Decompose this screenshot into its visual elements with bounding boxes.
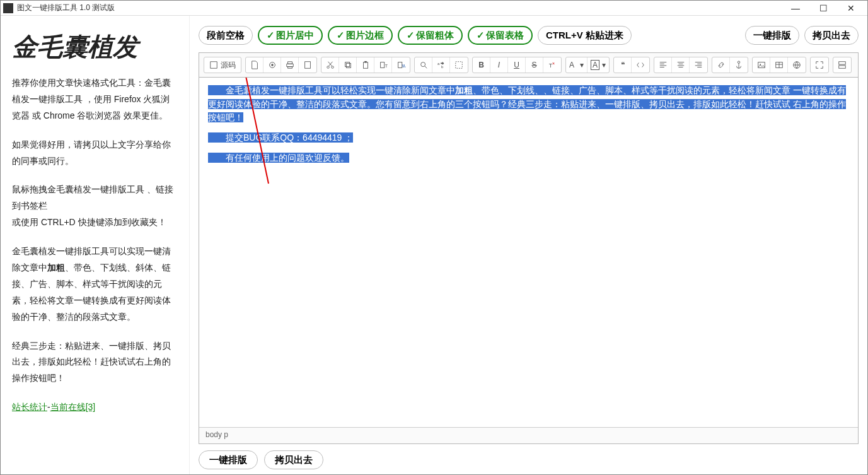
show-blocks-icon[interactable] [833, 57, 851, 73]
check-icon: ✓ [477, 30, 485, 41]
svg-point-4 [331, 66, 333, 69]
link-icon[interactable] [712, 57, 730, 73]
window-controls: — ☐ ✕ [782, 1, 865, 15]
option-keep-table-button[interactable]: ✓保留表格 [468, 26, 533, 45]
paste-button[interactable]: CTRL+V 粘贴进来 [538, 26, 632, 45]
code-icon[interactable] [632, 57, 649, 73]
editor-body[interactable]: 金毛囊植发一键排版工具可以轻松实现一键清除新闻文章中加粗、带色、下划线、、链接、… [199, 78, 858, 427]
remove-format-icon[interactable]: T× [543, 57, 561, 73]
bold-icon[interactable]: B [473, 57, 490, 73]
svg-rect-24 [839, 62, 846, 64]
anchor-icon[interactable] [730, 57, 748, 73]
option-keep-bold-button[interactable]: ✓保留粗体 [398, 26, 463, 45]
underline-icon[interactable]: U [508, 57, 526, 73]
element-path[interactable]: body p [205, 430, 228, 439]
svg-rect-25 [839, 66, 846, 68]
sidebar-paragraph: 经典三步走：粘贴进来、一键排版、拷贝出去，排版如此轻松！赶快试试右上角的操作按钮… [12, 338, 178, 387]
svg-point-1 [271, 64, 274, 66]
footer-buttons: 一键排版 拷贝出去 [199, 444, 859, 469]
brand-logo: 金毛囊植发 [12, 33, 178, 61]
quote-icon[interactable]: ❝ [614, 57, 632, 73]
copy-button[interactable]: 拷贝出去 [804, 26, 859, 45]
sidebar-paragraph: 金毛囊植发一键排版工具可以实现一键清除文章中加粗、带色、下划线、斜体、链接、广告… [12, 243, 178, 325]
svg-text:a: a [437, 61, 439, 66]
editor-container: 源码 T W [199, 52, 859, 444]
editor-statusbar: body p [199, 427, 858, 443]
paste-word-icon[interactable]: W [392, 57, 410, 73]
maximize-icon[interactable] [811, 57, 828, 73]
preview-icon[interactable] [263, 57, 281, 73]
sidebar-paragraph: 推荐你使用文章快速格式化工具：金毛囊植发一键排版工具 ，使用 Firefox 火… [12, 75, 178, 124]
align-right-icon[interactable] [690, 57, 707, 73]
print-icon[interactable] [281, 57, 299, 73]
editor-paragraph: 金毛囊植发一键排版工具可以轻松实现一键清除新闻文章中加粗、带色、下划线、、链接、… [208, 84, 849, 125]
titlebar: 图文一键排版工具 1.0 测试版 — ☐ ✕ [1, 1, 867, 16]
option-img-border-button[interactable]: ✓图片边框 [328, 26, 393, 45]
svg-text:W: W [402, 64, 405, 68]
align-left-icon[interactable] [654, 57, 672, 73]
svg-rect-6 [346, 63, 350, 67]
svg-text:b: b [441, 64, 444, 69]
main-layout: 金毛囊植发 推荐你使用文章快速格式化工具：金毛囊植发一键排版工具 ，使用 Fir… [1, 16, 867, 474]
iframe-icon[interactable] [788, 57, 806, 73]
close-button[interactable]: ✕ [837, 1, 865, 15]
svg-point-3 [327, 66, 329, 69]
sidebar-paragraph: 如果觉得好用，请拷贝以上文字分享给你的同事或同行。 [12, 137, 178, 170]
bg-color-icon[interactable]: A▾ [587, 57, 609, 73]
text-color-icon[interactable]: A▾ [566, 57, 587, 73]
sidebar: 金毛囊植发 推荐你使用文章快速格式化工具：金毛囊植发一键排版工具 ，使用 Fir… [1, 16, 190, 474]
find-icon[interactable] [415, 57, 432, 73]
copy-button-bottom[interactable]: 拷贝出去 [264, 450, 323, 469]
svg-point-19 [738, 61, 740, 64]
svg-point-13 [420, 62, 425, 67]
svg-text:×: × [552, 61, 555, 66]
sidebar-paragraph: 鼠标拖拽金毛囊植发一键排版工具 、链接到书签栏 或使用 CTRL+D 快捷键添加… [12, 182, 178, 231]
typeset-button[interactable]: 一键排版 [745, 26, 799, 45]
cut-icon[interactable] [321, 57, 339, 73]
window-title: 图文一键排版工具 1.0 测试版 [17, 3, 115, 13]
svg-rect-8 [364, 61, 367, 63]
paste-icon[interactable] [357, 57, 374, 73]
source-button[interactable]: 源码 [204, 57, 241, 73]
image-icon[interactable] [753, 57, 770, 73]
svg-rect-9 [380, 62, 384, 68]
option-img-center-button[interactable]: ✓图片居中 [258, 26, 323, 45]
strike-icon[interactable]: S [526, 57, 543, 73]
align-center-icon[interactable] [672, 57, 690, 73]
source-icon [209, 61, 218, 69]
stats-link[interactable]: 站长统计 [12, 402, 47, 412]
svg-text:T: T [385, 64, 387, 68]
svg-rect-2 [305, 62, 311, 69]
svg-rect-5 [345, 62, 349, 67]
minimize-button[interactable]: — [782, 1, 809, 15]
paste-text-icon[interactable]: T [374, 57, 392, 73]
check-icon: ✓ [337, 30, 345, 41]
option-row: 段前空格 ✓图片居中 ✓图片边框 ✓保留粗体 ✓保留表格 CTRL+V 粘贴进来… [199, 26, 859, 45]
replace-icon[interactable]: ab [432, 57, 450, 73]
svg-rect-11 [398, 62, 402, 68]
editor-paragraph: 提交BUG联系QQ：64494419 ； [208, 131, 849, 145]
check-icon: ✓ [267, 30, 275, 41]
maximize-button[interactable]: ☐ [809, 1, 837, 15]
svg-rect-16 [456, 62, 463, 69]
check-icon: ✓ [407, 30, 415, 41]
new-page-icon[interactable] [246, 57, 263, 73]
italic-icon[interactable]: I [490, 57, 508, 73]
editor-toolbar: 源码 T W [199, 53, 858, 78]
copy-icon[interactable] [339, 57, 357, 73]
svg-rect-7 [363, 62, 367, 69]
sidebar-stats: 站长统计-当前在线[3] [12, 399, 178, 416]
app-icon [3, 3, 13, 13]
app-window: 图文一键排版工具 1.0 测试版 — ☐ ✕ 金毛囊植发 推荐你使用文章快速格式… [0, 0, 868, 475]
option-indent-button[interactable]: 段前空格 [199, 26, 253, 45]
content-area: 段前空格 ✓图片居中 ✓图片边框 ✓保留粗体 ✓保留表格 CTRL+V 粘贴进来… [190, 16, 867, 474]
editor-paragraph: 有任何使用上的问题欢迎反馈。 [208, 151, 849, 165]
typeset-button-bottom[interactable]: 一键排版 [199, 450, 258, 469]
online-link[interactable]: 当前在线[3] [50, 402, 96, 412]
select-all-icon[interactable] [450, 57, 468, 73]
table-icon[interactable] [770, 57, 788, 73]
svg-rect-20 [758, 62, 765, 68]
template-icon[interactable] [299, 57, 316, 73]
